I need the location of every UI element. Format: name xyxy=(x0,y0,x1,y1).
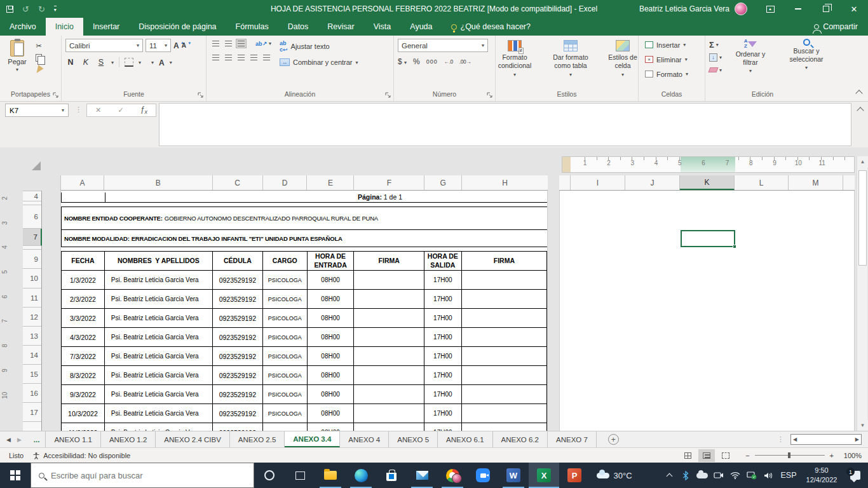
security-icon[interactable] xyxy=(743,471,760,480)
col-fecha[interactable]: FECHA xyxy=(62,252,105,271)
row-header-17[interactable]: 17 xyxy=(23,403,41,422)
zoom-level[interactable]: 100% xyxy=(836,452,862,459)
scroll-down-icon[interactable]: ▼ xyxy=(857,420,868,431)
cell-hora-salida[interactable]: 17H00 xyxy=(424,385,461,404)
cell-cargo[interactable]: PSICOLOGA xyxy=(262,290,307,309)
table-row[interactable]: 3/3/2022 Psi. Beatriz Leticia Garcia Ver… xyxy=(62,309,547,328)
cell-cargo[interactable]: PSICOLOGA xyxy=(262,404,307,423)
task-view-button[interactable] xyxy=(285,463,315,488)
format-as-table-button[interactable]: Dar formato como tabla ▾ xyxy=(543,39,599,89)
tell-me-box[interactable]: ¿Qué desea hacer? xyxy=(442,18,540,36)
cell-fecha[interactable]: 11/3/2022 xyxy=(62,423,105,431)
col-firma-2[interactable]: FIRMA xyxy=(461,252,546,271)
normal-view-button[interactable] xyxy=(679,449,696,462)
restore-button[interactable] xyxy=(812,0,840,18)
cancel-entry-icon[interactable]: ✕ xyxy=(95,106,101,114)
edge-button[interactable] xyxy=(346,463,376,488)
conditional-formatting-button[interactable]: Formato condicional ▾ xyxy=(488,39,541,89)
sheet-tab-anexo-6-1[interactable]: ANEXO 6.1 xyxy=(438,431,492,447)
entity-row[interactable]: NOMBRE ENTIDAD COOPERANTE:GOBIERNO AUTON… xyxy=(62,207,547,230)
sheet-tab-anexo-7[interactable]: ANEXO 7 xyxy=(548,431,597,447)
sheet-nav-right-icon[interactable]: ▶ xyxy=(17,437,22,443)
column-header-b[interactable]: B xyxy=(104,175,213,190)
clear-button[interactable]: ▾ xyxy=(709,65,722,75)
tab-insertar[interactable]: Insertar xyxy=(83,18,129,36)
cell-cedula[interactable]: 0923529192 xyxy=(212,328,262,347)
zoom-slider-thumb[interactable] xyxy=(788,452,790,458)
minimize-button[interactable] xyxy=(784,0,812,18)
sheet-tab-anexo-3-4-active[interactable]: ANEXO 3.4 xyxy=(285,431,340,447)
autosum-button[interactable]: Σ▾ xyxy=(709,39,722,50)
column-header-a[interactable]: A xyxy=(61,175,104,190)
excel-button[interactable]: X xyxy=(529,463,559,488)
tab-vista[interactable]: Vista xyxy=(364,18,401,36)
scrollbar-thumb[interactable] xyxy=(858,170,867,266)
column-header-i[interactable]: I xyxy=(571,175,625,190)
cell-nombres[interactable]: Psi. Beatriz Leticia Garcia Vera xyxy=(104,404,212,423)
cell-hora-salida[interactable]: 17H00 xyxy=(424,271,461,290)
table-row[interactable]: 8/3/2022 Psi. Beatriz Leticia Garcia Ver… xyxy=(62,366,547,385)
cell-firma-2[interactable] xyxy=(461,328,546,347)
column-header-h[interactable]: H xyxy=(462,175,548,190)
cell-firma-1[interactable] xyxy=(354,385,424,404)
page-layout-view-button[interactable] xyxy=(698,449,715,462)
close-button[interactable]: ✕ xyxy=(840,0,868,18)
chrome-button[interactable] xyxy=(437,463,468,488)
cell-hora-entrada[interactable]: 08H00 xyxy=(307,423,354,431)
decrease-decimal-button[interactable]: .00→ xyxy=(459,58,471,65)
cell-cargo[interactable]: PSICOLOGA xyxy=(262,423,307,431)
row-header-9[interactable]: 9 xyxy=(23,250,41,269)
name-box[interactable]: K7▾ xyxy=(5,104,69,117)
cell-cargo[interactable]: PSICOLOGA xyxy=(262,385,307,404)
col-firma-1[interactable]: FIRMA xyxy=(354,252,424,271)
cell-nombres[interactable]: Psi. Beatriz Leticia Garcia Vera xyxy=(104,385,212,404)
sheet-tab-anexo-5[interactable]: ANEXO 5 xyxy=(389,431,438,447)
table-row[interactable]: 11/3/2022 Psi. Beatriz Leticia Garcia Ve… xyxy=(62,423,547,431)
cell-firma-2[interactable] xyxy=(461,290,546,309)
decrease-indent-button[interactable] xyxy=(248,53,259,62)
cell-hora-entrada[interactable]: 08H00 xyxy=(307,385,354,404)
powerpoint-button[interactable]: P xyxy=(559,463,590,488)
cell-cargo[interactable]: PSICOLOGA xyxy=(262,347,307,366)
decrease-font-icon[interactable]: A▾ xyxy=(182,42,186,49)
tab-revisar[interactable]: Revisar xyxy=(318,18,363,36)
cell-firma-1[interactable] xyxy=(354,404,424,423)
volume-icon[interactable] xyxy=(760,471,776,480)
borders-icon[interactable] xyxy=(125,58,133,67)
column-header-g[interactable]: G xyxy=(424,175,462,190)
tab-ayuda[interactable]: Ayuda xyxy=(400,18,442,36)
sheet-tab-anexo-1-2[interactable]: ANEXO 1.2 xyxy=(101,431,156,447)
search-input[interactable] xyxy=(51,471,229,480)
cell-hora-entrada[interactable]: 08H00 xyxy=(307,366,354,385)
format-painter-button[interactable] xyxy=(33,65,44,75)
cell-cedula[interactable]: 0923529192 xyxy=(212,271,262,290)
zoom-out-icon[interactable]: − xyxy=(745,452,749,459)
percent-button[interactable]: % xyxy=(413,57,420,66)
tab-archivo[interactable]: Archivo xyxy=(0,18,46,36)
scroll-up-icon[interactable]: ▲ xyxy=(857,156,868,167)
redo-icon[interactable]: ↻ xyxy=(38,4,45,14)
find-select-button[interactable]: Buscar y seleccionar ▾ xyxy=(779,39,834,89)
tab-disposicion[interactable]: Disposición de página xyxy=(129,18,226,36)
scroll-right-icon[interactable]: ▶ xyxy=(855,437,859,442)
column-header-c[interactable]: C xyxy=(213,175,263,190)
cell-firma-2[interactable] xyxy=(461,271,546,290)
cell-fecha[interactable]: 7/3/2022 xyxy=(62,347,105,366)
cell-hora-entrada[interactable]: 08H00 xyxy=(307,404,354,423)
cell-cargo[interactable]: PSICOLOGA xyxy=(262,309,307,328)
cell-hora-entrada[interactable]: 08H00 xyxy=(307,271,354,290)
cell-hora-entrada[interactable]: 08H00 xyxy=(307,290,354,309)
cell-hora-salida[interactable]: 17H00 xyxy=(424,366,461,385)
fill-handle[interactable] xyxy=(733,245,736,248)
cell-firma-2[interactable] xyxy=(461,385,546,404)
increase-decimal-button[interactable]: ←.0 xyxy=(444,58,453,65)
cut-button[interactable]: ✂ xyxy=(33,41,44,51)
cell-firma-1[interactable] xyxy=(354,347,424,366)
cell-hora-entrada[interactable]: 08H00 xyxy=(307,347,354,366)
sheet-tab-anexo-6-2[interactable]: ANEXO 6.2 xyxy=(493,431,548,447)
clock[interactable]: 9:50 12/4/2022 xyxy=(801,466,843,485)
accessibility-status[interactable]: Accesibilidad: No disponible xyxy=(32,452,130,459)
column-header-j[interactable]: J xyxy=(625,175,680,190)
sheet-tab-anexo-2-4[interactable]: ANEXO 2.4 CIBV xyxy=(156,431,229,447)
cell-cedula[interactable]: 0923529192 xyxy=(212,366,262,385)
